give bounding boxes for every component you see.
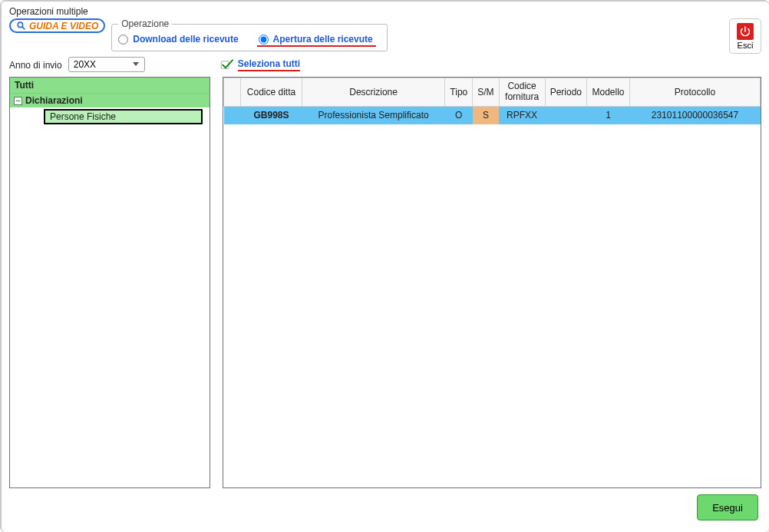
anno-select-wrap	[68, 57, 145, 72]
cell-modello: 1	[587, 106, 630, 124]
header-protocollo[interactable]: Protocollo	[630, 78, 761, 107]
window-title: Operazioni multiple	[2, 2, 769, 18]
radio-apertura-label: Apertura delle ricevute	[273, 34, 373, 45]
operazione-group: Operazione Download delle ricevute Apert…	[111, 18, 387, 51]
select-all-label: Seleziona tutti	[238, 58, 300, 71]
tree-node-dichiarazioni-label: Dichiarazioni	[25, 95, 83, 106]
header-row: Codice ditta Descrizione Tipo S/M Codice…	[224, 78, 761, 107]
tree-leaf-persone-fisiche[interactable]: Persone Fisiche	[10, 107, 210, 126]
guide-video-button[interactable]: GUIDA E VIDEO	[9, 18, 105, 33]
radio-download-ricevute[interactable]: Download delle ricevute	[118, 34, 238, 45]
tree-node-all[interactable]: Tutti	[10, 78, 210, 94]
svg-line-1	[22, 27, 25, 29]
check-icon	[220, 59, 234, 70]
data-grid: Codice ditta Descrizione Tipo S/M Codice…	[223, 78, 761, 124]
header-checkbox[interactable]	[224, 78, 241, 107]
cell-codice-ditta: GB998S	[241, 106, 302, 124]
anno-select[interactable]	[68, 57, 145, 72]
cell-descrizione: Professionista Semplificato	[302, 106, 445, 124]
cell-codice-fornitura: RPFXX	[499, 106, 545, 124]
header-periodo[interactable]: Periodo	[545, 78, 586, 107]
cell-periodo	[545, 106, 586, 124]
header-tipo[interactable]: Tipo	[445, 78, 473, 107]
header-modello[interactable]: Modello	[587, 78, 630, 107]
header-sm[interactable]: S/M	[473, 78, 499, 107]
power-icon	[737, 23, 754, 40]
header-codice-ditta[interactable]: Codice ditta	[241, 78, 302, 107]
footer: Esegui	[2, 488, 769, 528]
tree-panel: Tutti − Dichiarazioni Persone Fisiche	[9, 77, 210, 488]
grid-panel: Codice ditta Descrizione Tipo S/M Codice…	[223, 77, 761, 488]
radio-download-label: Download delle ricevute	[133, 34, 238, 45]
radio-apertura-input[interactable]	[259, 35, 269, 45]
anno-label: Anno di invio	[9, 58, 62, 71]
cell-protocollo: 23101100000036547	[630, 106, 761, 124]
svg-point-0	[18, 22, 23, 28]
cell-checkbox[interactable]	[224, 106, 241, 124]
toolbar: GUIDA E VIDEO Operazione Download delle …	[2, 18, 769, 57]
body: Tutti − Dichiarazioni Persone Fisiche Co…	[2, 77, 769, 488]
header-descrizione[interactable]: Descrizione	[302, 78, 445, 107]
cell-sm: S	[473, 106, 499, 124]
execute-button[interactable]: Esegui	[697, 494, 758, 520]
magnifier-icon	[16, 21, 26, 31]
tree-leaf-label: Persone Fisiche	[44, 109, 203, 124]
radio-download-input[interactable]	[118, 35, 128, 45]
collapse-icon[interactable]: −	[14, 97, 22, 105]
exit-button[interactable]: Esci	[729, 18, 761, 54]
table-row[interactable]: GB998S Professionista Semplificato O S R…	[224, 106, 761, 124]
select-all-button[interactable]: Seleziona tutti	[220, 58, 300, 71]
header-codice-fornitura[interactable]: Codice fornitura	[499, 78, 545, 107]
tree-node-dichiarazioni[interactable]: − Dichiarazioni	[10, 94, 210, 107]
highlight-underline	[257, 45, 376, 47]
cell-tipo: O	[445, 106, 473, 124]
radio-apertura-ricevute[interactable]: Apertura delle ricevute	[259, 34, 373, 45]
guide-video-label: GUIDA E VIDEO	[29, 21, 98, 31]
filter-row: Anno di invio Seleziona tutti	[2, 57, 769, 77]
exit-label: Esci	[738, 41, 754, 50]
operazione-legend: Operazione	[118, 18, 172, 29]
